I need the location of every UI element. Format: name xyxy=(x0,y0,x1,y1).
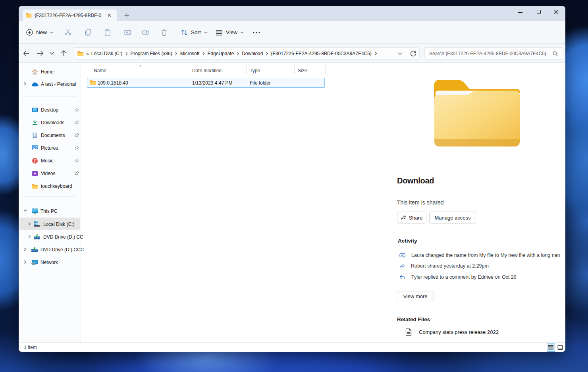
svg-text:PDF: PDF xyxy=(407,332,411,334)
